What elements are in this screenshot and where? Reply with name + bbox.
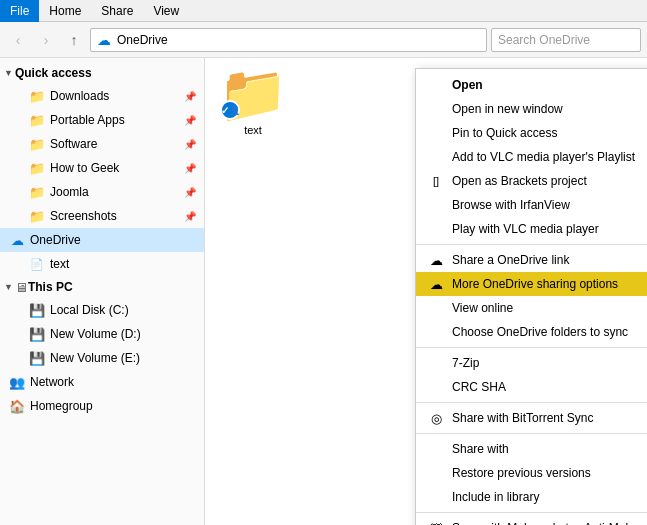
ctx-play-vlc[interactable]: Play with VLC media player xyxy=(416,217,647,241)
folder-badge: ✓ 👤 xyxy=(220,100,240,120)
ctx-open-new-window[interactable]: Open in new window xyxy=(416,97,647,121)
sidebar-item-portable-apps[interactable]: 📁 Portable Apps 📌 xyxy=(20,108,204,132)
toolbar: ‹ › ↑ ☁ OneDrive Search OneDrive xyxy=(0,22,647,58)
network-icon: 👥 xyxy=(8,373,26,391)
folder-icon: 📁 xyxy=(28,207,46,225)
sidebar-item-software[interactable]: 📁 Software 📌 xyxy=(20,132,204,156)
context-menu: Open Open in new window Pin to Quick acc… xyxy=(415,68,647,525)
onedrive-icon: ☁ xyxy=(8,231,26,249)
this-pc-children: 💾 Local Disk (C:) 💾 New Volume (D:) 💾 Ne… xyxy=(0,298,204,370)
menu-view[interactable]: View xyxy=(143,0,189,22)
pin-icon: 📌 xyxy=(184,115,196,126)
sidebar-item-how-to-geek[interactable]: 📁 How to Geek 📌 xyxy=(20,156,204,180)
sidebar-item-volume-d[interactable]: 💾 New Volume (D:) xyxy=(20,322,204,346)
sidebar-item-text[interactable]: 📄 text xyxy=(20,252,204,276)
pin-icon: 📌 xyxy=(184,163,196,174)
sidebar-item-screenshots[interactable]: 📁 Screenshots 📌 xyxy=(20,204,204,228)
sidebar-item-onedrive[interactable]: ☁ OneDrive xyxy=(0,228,204,252)
sidebar-item-downloads[interactable]: 📁 Downloads 📌 xyxy=(20,84,204,108)
menu-home[interactable]: Home xyxy=(39,0,91,22)
folder-label: text xyxy=(244,124,262,136)
pin-icon: 📌 xyxy=(184,139,196,150)
back-button[interactable]: ‹ xyxy=(6,28,30,52)
ctx-sep-2 xyxy=(416,347,647,348)
sidebar-item-label: Homegroup xyxy=(30,399,196,413)
ctx-crc-sha[interactable]: CRC SHA › xyxy=(416,375,647,399)
sidebar-item-homegroup[interactable]: 🏠 Homegroup xyxy=(0,394,204,418)
folder-item-text[interactable]: 📁 ✓ 👤 text xyxy=(213,66,293,136)
ctx-sep-4 xyxy=(416,433,647,434)
ctx-restore-versions[interactable]: Restore previous versions xyxy=(416,461,647,485)
pin-icon: 📌 xyxy=(184,91,196,102)
text-icon: 📄 xyxy=(28,255,46,273)
ctx-view-online[interactable]: View online xyxy=(416,296,647,320)
sidebar-item-local-disk-c[interactable]: 💾 Local Disk (C:) xyxy=(20,298,204,322)
sidebar-item-label: Portable Apps xyxy=(50,113,182,127)
up-button[interactable]: ↑ xyxy=(62,28,86,52)
menu-bar: File Home Share View xyxy=(0,0,647,22)
ctx-brackets-icon: [] xyxy=(426,175,446,187)
pc-icon: 🖥 xyxy=(15,280,28,295)
people-icon: 👤 xyxy=(229,105,240,115)
ctx-share-bittorrent[interactable]: ◎ Share with BitTorrent Sync xyxy=(416,406,647,430)
main-layout: ▼ Quick access 📁 Downloads 📌 📁 Portable … xyxy=(0,58,647,525)
this-pc-label: This PC xyxy=(28,280,73,294)
ctx-7zip[interactable]: 7-Zip › xyxy=(416,351,647,375)
ctx-include-library[interactable]: Include in library › xyxy=(416,485,647,509)
search-bar[interactable]: Search OneDrive xyxy=(491,28,641,52)
sidebar-item-label: Software xyxy=(50,137,182,151)
sidebar-item-label: text xyxy=(50,257,196,271)
sidebar-item-label: Local Disk (C:) xyxy=(50,303,196,317)
ctx-cloud-icon: ☁ xyxy=(426,253,446,268)
ctx-sep-5 xyxy=(416,512,647,513)
sidebar-item-label: New Volume (E:) xyxy=(50,351,196,365)
this-pc-chevron: ▼ xyxy=(4,282,13,292)
address-bar[interactable]: ☁ OneDrive xyxy=(90,28,487,52)
disk-icon: 💾 xyxy=(28,325,46,343)
sidebar-item-joomla[interactable]: 📁 Joomla 📌 xyxy=(20,180,204,204)
ctx-malware-icon: 🛡 xyxy=(426,521,446,526)
sidebar-item-label: Downloads xyxy=(50,89,182,103)
sidebar-item-label: New Volume (D:) xyxy=(50,327,196,341)
folder-icon: 📁 xyxy=(28,183,46,201)
quick-access-label: Quick access xyxy=(15,66,92,80)
ctx-malwarebytes[interactable]: 🛡 Scan with Malwarebytes Anti-Malware xyxy=(416,516,647,525)
ctx-share-onedrive[interactable]: ☁ Share a OneDrive link xyxy=(416,248,647,272)
disk-icon: 💾 xyxy=(28,349,46,367)
quick-access-chevron: ▼ xyxy=(4,68,13,78)
ctx-browse-irfan[interactable]: Browse with IrfanView xyxy=(416,193,647,217)
sidebar-item-volume-e[interactable]: 💾 New Volume (E:) xyxy=(20,346,204,370)
ctx-add-vlc[interactable]: Add to VLC media player's Playlist xyxy=(416,145,647,169)
pin-icon: 📌 xyxy=(184,187,196,198)
sidebar-section-this-pc[interactable]: ▼ 🖥 This PC xyxy=(0,276,204,298)
sidebar-item-label: Screenshots xyxy=(50,209,182,223)
address-cloud-icon: ☁ xyxy=(97,32,111,48)
ctx-open[interactable]: Open xyxy=(416,73,647,97)
menu-file[interactable]: File xyxy=(0,0,39,22)
ctx-pin-quick-access[interactable]: Pin to Quick access xyxy=(416,121,647,145)
ctx-more-sharing[interactable]: ☁ More OneDrive sharing options xyxy=(416,272,647,296)
onedrive-children: 📄 text xyxy=(0,252,204,276)
sidebar-item-label: Joomla xyxy=(50,185,182,199)
content-area: 📁 ✓ 👤 text Open Open in new window Pin xyxy=(205,58,647,525)
ctx-choose-folders[interactable]: Choose OneDrive folders to sync xyxy=(416,320,647,344)
ctx-sep-3 xyxy=(416,402,647,403)
ctx-bittorrent-icon: ◎ xyxy=(426,411,446,426)
search-placeholder: Search OneDrive xyxy=(498,33,590,47)
checkmark-icon: ✓ xyxy=(221,105,229,116)
disk-icon: 💾 xyxy=(28,301,46,319)
folder-icon: 📁 xyxy=(28,87,46,105)
quick-access-children: 📁 Downloads 📌 📁 Portable Apps 📌 📁 Softwa… xyxy=(0,84,204,228)
address-text: OneDrive xyxy=(117,33,168,47)
ctx-share-with[interactable]: Share with › xyxy=(416,437,647,461)
sidebar: ▼ Quick access 📁 Downloads 📌 📁 Portable … xyxy=(0,58,205,525)
forward-button[interactable]: › xyxy=(34,28,58,52)
sidebar-item-label: How to Geek xyxy=(50,161,182,175)
menu-share[interactable]: Share xyxy=(91,0,143,22)
ctx-open-brackets[interactable]: [] Open as Brackets project xyxy=(416,169,647,193)
sidebar-section-quick-access[interactable]: ▼ Quick access xyxy=(0,62,204,84)
ctx-sep-1 xyxy=(416,244,647,245)
ctx-cloud2-icon: ☁ xyxy=(426,277,446,292)
homegroup-icon: 🏠 xyxy=(8,397,26,415)
sidebar-item-network[interactable]: 👥 Network xyxy=(0,370,204,394)
